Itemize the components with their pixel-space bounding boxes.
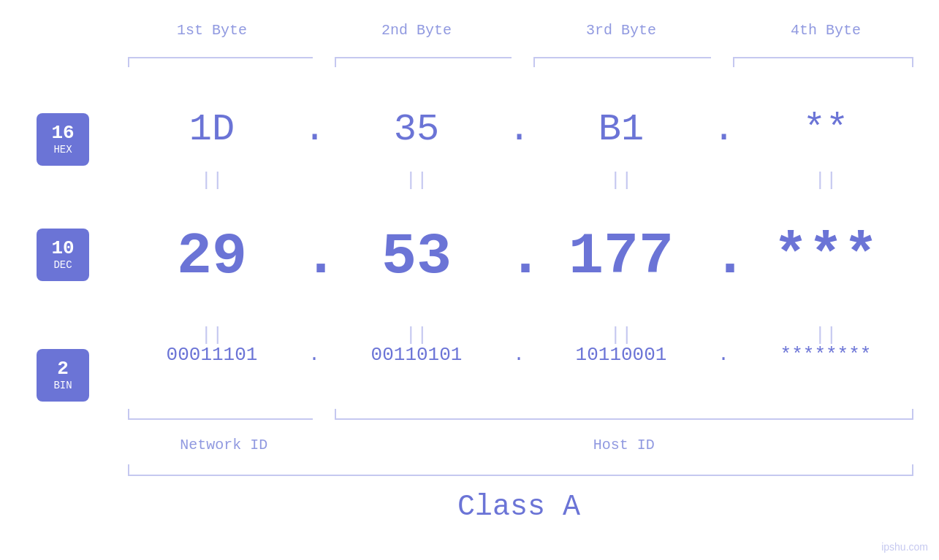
hex-b2: 35 xyxy=(325,108,508,151)
badge-bin-label: BIN xyxy=(53,380,72,391)
hex-d2: . xyxy=(508,108,530,151)
badge-dec-label: DEC xyxy=(53,259,72,271)
bracket-b4-top xyxy=(733,57,914,58)
bracket-host-right xyxy=(912,409,913,419)
badge-hex-label: HEX xyxy=(53,144,72,156)
bracket-b4-left xyxy=(733,57,734,67)
badge-bin: 2 BIN xyxy=(37,349,89,402)
class-bracket-right xyxy=(912,464,913,475)
bin-b1: 00011101 xyxy=(121,344,303,366)
hex-b1: 1D xyxy=(121,108,303,151)
eq1-b3: || xyxy=(530,169,712,191)
class-bracket-left xyxy=(128,464,129,475)
bracket-b3-top xyxy=(533,57,711,58)
equals-row-2: || || || || xyxy=(121,324,917,346)
dec-b4: *** xyxy=(734,223,917,290)
bracket-b1-top xyxy=(128,57,313,58)
bracket-network-bottom xyxy=(128,418,313,420)
eq2-b1: || xyxy=(121,324,303,346)
eq2-b4: || xyxy=(734,324,917,346)
bin-b2: 00110101 xyxy=(325,344,508,366)
bin-b4: ******** xyxy=(734,344,917,366)
hex-b3: B1 xyxy=(530,108,712,151)
main-container: 16 HEX 10 DEC 2 BIN 1st Byte 2nd Byte 3r… xyxy=(0,0,939,560)
bracket-host-left xyxy=(335,409,336,419)
host-id-label: Host ID xyxy=(335,437,914,453)
bracket-b3-left xyxy=(533,57,535,67)
byte3-header: 3rd Byte xyxy=(530,22,712,39)
byte-headers: 1st Byte 2nd Byte 3rd Byte 4th Byte xyxy=(121,22,917,39)
eq1-b1: || xyxy=(121,169,303,191)
byte2-header: 2nd Byte xyxy=(325,22,508,39)
byte4-header: 4th Byte xyxy=(734,22,917,39)
dec-d2: . xyxy=(508,223,530,290)
eq2-b2: || xyxy=(325,324,508,346)
byte1-header: 1st Byte xyxy=(121,22,303,39)
row-dec: 29 . 53 . 177 . *** xyxy=(121,223,917,290)
watermark: ipshu.com xyxy=(881,541,928,553)
row-hex: 1D . 35 . B1 . ** xyxy=(121,108,917,151)
dec-b1: 29 xyxy=(121,223,303,290)
dec-b3: 177 xyxy=(530,223,712,290)
bracket-b2-top xyxy=(335,57,512,58)
bin-d3: . xyxy=(712,344,734,366)
bracket-b2-left xyxy=(335,57,336,67)
row-bin: 00011101 . 00110101 . 10110001 . *******… xyxy=(121,344,917,366)
badge-hex-number: 16 xyxy=(51,123,74,142)
hex-d1: . xyxy=(303,108,325,151)
class-label: Class A xyxy=(121,491,917,523)
eq1-b2: || xyxy=(325,169,508,191)
dec-d3: . xyxy=(712,223,734,290)
equals-row-1: || || || || xyxy=(121,169,917,191)
bracket-network-left xyxy=(128,409,129,419)
eq2-b3: || xyxy=(530,324,712,346)
badge-dec-number: 10 xyxy=(51,239,74,258)
columns-area: 1st Byte 2nd Byte 3rd Byte 4th Byte 1D .… xyxy=(121,0,917,560)
network-id-label: Network ID xyxy=(121,437,327,453)
hex-d3: . xyxy=(712,108,734,151)
badge-bin-number: 2 xyxy=(57,359,69,378)
bracket-b1-left xyxy=(128,57,129,67)
badge-dec: 10 DEC xyxy=(37,229,89,281)
eq1-b4: || xyxy=(734,169,917,191)
badge-hex: 16 HEX xyxy=(37,113,89,166)
class-bracket-line xyxy=(128,475,913,476)
bin-d1: . xyxy=(303,344,325,366)
dec-b2: 53 xyxy=(325,223,508,290)
bracket-b4-right xyxy=(912,57,913,67)
bin-d2: . xyxy=(508,344,530,366)
dec-d1: . xyxy=(303,223,325,290)
bracket-host-bottom xyxy=(335,418,914,420)
hex-b4: ** xyxy=(734,108,917,151)
bin-b3: 10110001 xyxy=(530,344,712,366)
